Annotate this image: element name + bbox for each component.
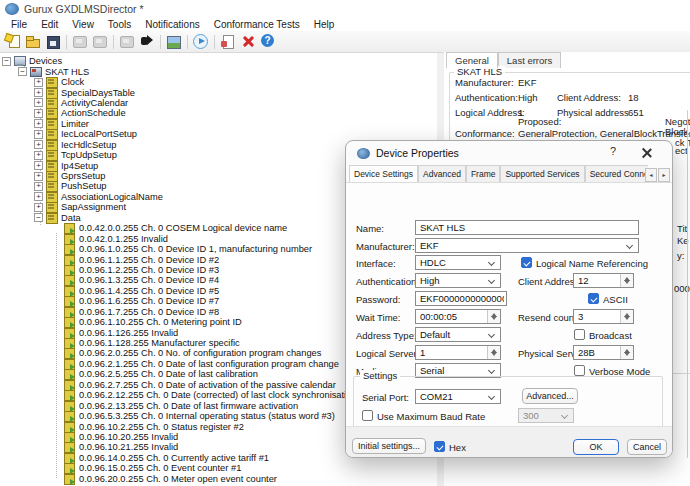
tree-expander-icon[interactable] — [34, 192, 43, 201]
authentication-label: Authentication: — [455, 92, 518, 103]
verbose-mode-checkbox[interactable] — [574, 365, 585, 376]
cancel-button[interactable]: Cancel — [627, 439, 667, 455]
tree-item[interactable]: Clock — [0, 77, 437, 87]
tree-expander-icon[interactable] — [34, 140, 43, 149]
save-icon[interactable] — [44, 33, 62, 50]
menu-item[interactable]: View — [65, 19, 101, 30]
dialog-tab[interactable]: Device Settings — [349, 165, 418, 182]
tree-item[interactable]: 0.0.96.20.0.255 Ch. 0 Meter open event c… — [0, 474, 437, 484]
resend-count-stepper[interactable]: 3 — [573, 309, 634, 324]
initial-settings-button[interactable]: Initial settings... — [352, 438, 426, 454]
info-tab[interactable]: General — [446, 52, 498, 68]
password-input[interactable] — [415, 291, 507, 306]
tree-item-label: 0.0.96.10.21.255 Invalid — [79, 442, 178, 452]
hex-checkbox[interactable] — [434, 441, 445, 452]
connect-icon[interactable] — [118, 33, 136, 50]
tree-item[interactable]: 0.0.96.15.0.255 Ch. 0 Event counter #1 — [0, 463, 437, 473]
dialog-tab[interactable]: Secured Connections — [585, 165, 648, 182]
media-settings-icon[interactable] — [165, 33, 183, 50]
tree-item[interactable]: Limiter — [0, 119, 437, 129]
stepper-arrows-icon[interactable] — [620, 346, 633, 359]
clear-icon[interactable] — [219, 33, 237, 50]
notifications-icon[interactable] — [138, 33, 156, 50]
dialog-tab[interactable]: Advanced — [418, 165, 466, 182]
clipped-text-fragment: Tit — [677, 223, 687, 234]
toolbar-separator[interactable] — [185, 34, 190, 50]
tree-item[interactable]: ActivityCalendar — [0, 98, 437, 108]
tree-item[interactable]: SKAT HLS — [0, 66, 437, 76]
tree-expander-icon[interactable] — [34, 119, 43, 128]
open-file-icon[interactable] — [24, 33, 42, 50]
tree-expander-icon[interactable] — [34, 161, 43, 170]
menu-item[interactable]: Notifications — [138, 19, 206, 30]
stepper-arrows-icon[interactable] — [487, 346, 500, 359]
dialog-body: Name: Manufacturer: EKF Interface: HDLC … — [346, 182, 672, 427]
authentication-select[interactable]: High — [415, 273, 501, 288]
wait-time-stepper[interactable]: 00:00:05 — [415, 309, 501, 324]
menu-item[interactable]: Edit — [34, 19, 65, 30]
manufacturer-value: EKF — [518, 77, 536, 88]
tree-item-label: 0.0.96.1.1.255 Ch. 0 Device ID #2 — [79, 255, 219, 265]
window-titlebar: Gurux GXDLMSDirector * — [0, 0, 690, 18]
ok-button[interactable]: OK — [573, 439, 619, 455]
menu-item[interactable]: Help — [307, 19, 342, 30]
stepper-arrows-icon[interactable] — [487, 310, 500, 323]
tree-expander-icon[interactable] — [34, 203, 43, 212]
tree-item[interactable]: SpecialDaysTable — [0, 87, 437, 97]
interface-select[interactable]: HDLC — [415, 255, 501, 270]
delete-icon[interactable] — [239, 33, 257, 50]
ascii-checkbox[interactable] — [588, 293, 599, 304]
tab-scroll-right-button[interactable]: ► — [658, 168, 670, 182]
logical-name-referencing-checkbox[interactable] — [521, 257, 532, 268]
logical-name-referencing-label: Logical Name Referencing — [536, 258, 648, 269]
dialog-help-button[interactable]: ? — [606, 145, 620, 157]
physical-server-stepper[interactable]: 28B — [573, 345, 634, 360]
broadcast-checkbox[interactable] — [574, 329, 585, 340]
tree-item-label: TcpUdpSetup — [61, 150, 117, 160]
new-device-icon[interactable] — [4, 33, 22, 50]
tree-expander-icon[interactable] — [34, 130, 43, 139]
client-address-stepper[interactable]: 12 — [573, 273, 634, 288]
tree-expander-icon[interactable] — [34, 78, 43, 87]
toolbar-separator[interactable] — [111, 34, 116, 50]
menu-item[interactable]: Tools — [101, 19, 138, 30]
menu-item[interactable]: Conformance Tests — [207, 19, 307, 30]
dialog-close-button[interactable] — [640, 146, 654, 160]
info-tab[interactable]: Last errors — [498, 52, 561, 68]
manufacturer-select[interactable]: EKF — [415, 238, 639, 253]
tree-item-icon — [64, 359, 76, 369]
use-maximum-baud-rate-checkbox[interactable] — [362, 410, 373, 421]
address-type-select[interactable]: Default — [415, 327, 501, 342]
client-address-value: 18 — [628, 92, 639, 103]
stepper-arrows-icon[interactable] — [620, 310, 633, 323]
tab-scroll-left-button[interactable]: ◄ — [645, 168, 657, 182]
serial-port-select[interactable]: COM21 — [415, 389, 501, 404]
stepper-arrows-icon[interactable] — [620, 274, 633, 287]
dialog-tab[interactable]: Frame — [466, 165, 501, 182]
name-input[interactable] — [415, 220, 639, 235]
tree-expander-icon[interactable] — [34, 182, 43, 191]
tree-expander-icon[interactable] — [34, 213, 43, 222]
write-device-icon[interactable] — [91, 33, 109, 50]
tree-item[interactable]: Devices — [0, 56, 437, 66]
menu-item[interactable]: File — [4, 19, 34, 30]
advanced-button[interactable]: Advanced... — [522, 388, 578, 404]
read-device-icon[interactable] — [71, 33, 89, 50]
tree-expander-icon[interactable] — [18, 67, 27, 76]
dialog-tab[interactable]: Supported Services — [500, 165, 584, 182]
logical-server-stepper[interactable]: 1 — [415, 345, 501, 360]
toolbar-separator[interactable] — [212, 34, 217, 50]
tree-expander-icon[interactable] — [34, 88, 43, 97]
tree-item[interactable]: IecLocalPortSetup — [0, 129, 437, 139]
tree-expander-icon[interactable] — [34, 172, 43, 181]
tree-expander-icon[interactable] — [34, 98, 43, 107]
toolbar-separator[interactable] — [64, 34, 69, 50]
tree-expander-icon[interactable] — [34, 109, 43, 118]
tree-expander-icon[interactable] — [2, 57, 11, 66]
tree-expander-icon[interactable] — [34, 151, 43, 160]
toolbar-separator[interactable] — [158, 34, 163, 50]
help-icon[interactable] — [259, 33, 277, 50]
tree-item[interactable]: ActionSchedule — [0, 108, 437, 118]
run-icon[interactable] — [192, 33, 210, 50]
tree-item-label: 0.0.96.10.2.255 Ch. 0 Status register #2 — [79, 422, 244, 432]
